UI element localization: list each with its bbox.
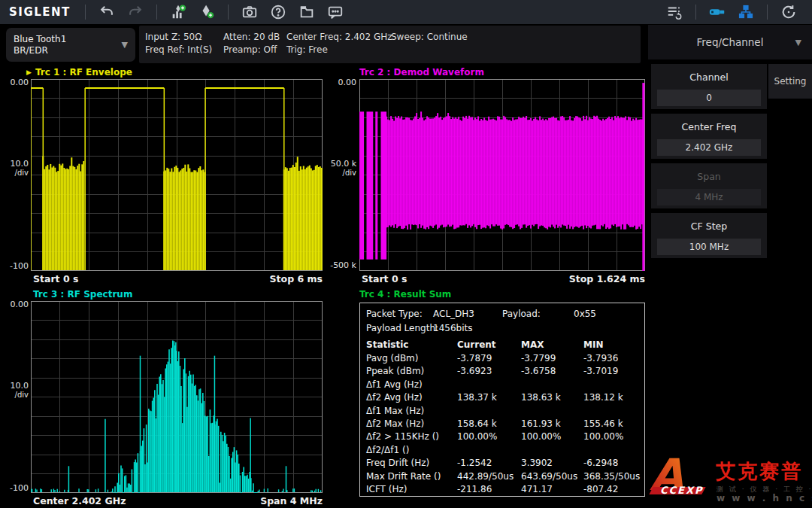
help-icon[interactable] bbox=[268, 3, 288, 21]
trc2-y-divunit: /div bbox=[325, 169, 356, 177]
siglent-logo: SIGLENT bbox=[9, 5, 71, 19]
trc2-y-perdiv: 50.0 k bbox=[325, 159, 356, 169]
demod-waveform-plot[interactable] bbox=[359, 79, 645, 271]
accexp-logo: A CCEXP bbox=[648, 448, 714, 500]
accexp-url: w w w . h n c s w . n e t bbox=[717, 493, 812, 503]
menu-value-channel[interactable]: 0 bbox=[657, 90, 761, 106]
table-cell: 471.17 bbox=[521, 484, 553, 494]
table-cell: Max Drift Rate () bbox=[366, 471, 441, 482]
message-icon[interactable] bbox=[326, 3, 345, 21]
table-cell: Δf1 Avg (Hz) bbox=[366, 379, 423, 390]
table-cell: -3.7936 bbox=[583, 353, 618, 364]
analyzer-screen: SIGLENT bbox=[0, 0, 812, 508]
table-cell: Δf2 Max (Hz) bbox=[366, 418, 424, 429]
trc3-y-perdiv: 10.0 bbox=[0, 381, 29, 391]
trc1-y-perdiv: 10.0 bbox=[0, 159, 29, 169]
table-cell: 643.69/50us bbox=[521, 471, 577, 482]
table-cell: 138.37 k bbox=[457, 392, 497, 403]
trace-path bbox=[31, 88, 322, 270]
trace3-title[interactable]: Trc 3 : RF Spectrum bbox=[33, 289, 132, 300]
table-cell: Payload: bbox=[502, 309, 541, 319]
add-marker-icon[interactable] bbox=[197, 3, 217, 21]
menu-item-channel[interactable]: Channel 0 bbox=[651, 64, 767, 109]
table-cell: 442.89/50us bbox=[457, 471, 514, 482]
trace2-title[interactable]: Trc 2 : Demod Waveform bbox=[359, 67, 484, 78]
trc2-x-start: Start 0 s bbox=[362, 273, 407, 284]
rf-envelope-plot[interactable] bbox=[31, 79, 323, 271]
table-cell: 158.64 k bbox=[457, 418, 497, 429]
undo-icon[interactable] bbox=[97, 3, 117, 21]
status-panel: Input Z: 50ΩFreq Ref: Int(S) Atten: 20 d… bbox=[139, 26, 641, 63]
menu-item-span: Span 4 MHz bbox=[651, 163, 767, 208]
usb-icon[interactable] bbox=[707, 3, 727, 21]
menu-item-center-freq[interactable]: Center Freq 2.402 GHz bbox=[651, 114, 767, 159]
table-cell: Δf1 Max (Hz) bbox=[366, 406, 424, 416]
trc2-x-stop: Stop 1.624 ms bbox=[496, 273, 645, 284]
table-cell: Payload Length: bbox=[366, 323, 438, 333]
table-cell: Δf2 Avg (Hz) bbox=[366, 392, 423, 403]
trc1-x-start: Start 0 s bbox=[33, 273, 78, 284]
table-cell: Δf2/Δf1 () bbox=[366, 445, 409, 455]
trc1-x-stop: Stop 6 ms bbox=[180, 273, 323, 284]
table-cell: ACL_DH3 bbox=[433, 309, 474, 319]
toolbar-divider bbox=[695, 5, 696, 20]
table-cell: Current bbox=[457, 339, 496, 350]
status-atten: Atten: 20 dBPreamp: Off bbox=[223, 31, 280, 56]
table-cell: -3.6923 bbox=[457, 366, 492, 376]
trc3-y-top: 0.00 bbox=[0, 300, 29, 309]
trc3-x-center: Center 2.402 GHz bbox=[33, 495, 126, 506]
panel-header-freq-channel[interactable]: Freq/Channel ▼ bbox=[648, 25, 812, 59]
status-sweep: Sweep: Continue bbox=[391, 31, 468, 44]
lan-icon[interactable] bbox=[736, 3, 756, 21]
table-cell: Δf2 > 115KHz () bbox=[366, 431, 439, 442]
trace1-title[interactable]: ▶Trc 1 : RF Envelope bbox=[26, 67, 132, 78]
table-cell: -3.7019 bbox=[583, 366, 618, 376]
table-cell: 0x55 bbox=[574, 309, 596, 319]
status-input: Input Z: 50ΩFreq Ref: Int(S) bbox=[145, 31, 212, 56]
table-cell: Ppeak (dBm) bbox=[366, 366, 424, 376]
file-icon[interactable] bbox=[297, 3, 317, 21]
trc3-y-bottom: -100 bbox=[0, 483, 29, 493]
menu-value-cf-step[interactable]: 100 MHz bbox=[657, 239, 761, 255]
trace4-title[interactable]: Trc 4 : Result Sum bbox=[359, 289, 451, 300]
table-cell: -6.2948 bbox=[583, 458, 618, 468]
toolbar-divider bbox=[228, 5, 229, 20]
mode-selector[interactable]: Blue Tooth1BR/EDR ▼ bbox=[6, 28, 135, 62]
table-cell: -3.7799 bbox=[521, 353, 556, 364]
chevron-down-icon: ▼ bbox=[795, 38, 801, 47]
add-trace-icon[interactable] bbox=[168, 3, 188, 21]
toolbar-divider bbox=[767, 5, 768, 20]
trc1-y-top: 0.00 bbox=[0, 78, 29, 87]
menu-value-span: 4 MHz bbox=[657, 189, 761, 205]
table-cell: -807.42 bbox=[583, 484, 618, 494]
trc1-y-bottom: -100 bbox=[0, 261, 29, 271]
screenshot-icon[interactable] bbox=[240, 3, 259, 21]
table-cell: 155.46 k bbox=[583, 418, 623, 429]
trc3-x-span: Span 4 MHz bbox=[180, 495, 323, 506]
selected-trace-arrow-icon: ▶ bbox=[26, 68, 32, 76]
menu-value-center-freq[interactable]: 2.402 GHz bbox=[657, 139, 761, 156]
panel-header-label: Freq/Channel bbox=[697, 36, 764, 48]
history-icon[interactable] bbox=[779, 3, 798, 21]
top-toolbar: SIGLENT bbox=[0, 0, 812, 24]
table-cell: MAX bbox=[521, 339, 544, 350]
table-cell: -3.6758 bbox=[521, 366, 556, 376]
table-cell: Freq Drift (Hz) bbox=[366, 458, 429, 468]
rf-spectrum-plot[interactable] bbox=[31, 301, 323, 493]
tab-setting[interactable]: Setting bbox=[768, 64, 812, 99]
task-list-icon[interactable] bbox=[665, 3, 684, 21]
table-cell: ICFT (Hz) bbox=[366, 484, 407, 494]
table-cell: 161.93 k bbox=[521, 418, 561, 429]
table-cell: -1.2542 bbox=[457, 458, 492, 468]
trc3-y-divunit: /div bbox=[0, 391, 29, 399]
chevron-down-icon: ▼ bbox=[122, 40, 128, 50]
table-cell: 100.00% bbox=[521, 431, 561, 442]
table-cell: 3.3902 bbox=[521, 458, 553, 468]
table-cell: MIN bbox=[583, 339, 603, 350]
status-centerfreq: Center Freq: 2.402 GHzTrig: Free bbox=[286, 31, 392, 56]
table-cell: -3.7879 bbox=[457, 353, 492, 364]
table-cell: -211.86 bbox=[457, 484, 492, 494]
menu-item-cf-step[interactable]: CF Step 100 MHz bbox=[651, 213, 767, 258]
mode-selector-label: Blue Tooth1BR/EDR bbox=[14, 34, 66, 56]
redo-icon[interactable] bbox=[126, 3, 145, 21]
